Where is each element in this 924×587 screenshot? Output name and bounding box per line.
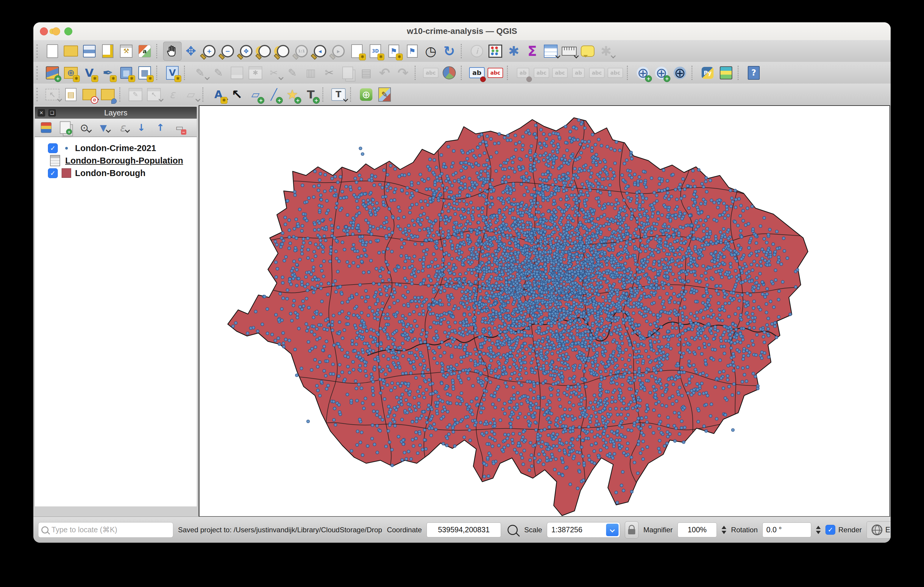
change-label-icon[interactable]: abc	[606, 63, 625, 82]
locator-searchbox[interactable]	[38, 522, 173, 538]
show-layout-manager-icon[interactable]: ⚒	[117, 42, 135, 61]
new-virtual-layer-icon[interactable]: ▦✱	[117, 63, 135, 82]
chevron-down-icon[interactable]	[556, 54, 560, 58]
chevron-down-icon[interactable]	[574, 54, 579, 58]
processing-toolbox-icon[interactable]: ✱	[505, 42, 523, 61]
zoom-next-icon[interactable]: ▸	[329, 42, 348, 61]
render-checkbox[interactable]: ✓	[825, 525, 835, 534]
cut-features-icon[interactable]: ✂	[320, 63, 338, 82]
chevron-down-icon[interactable]	[107, 128, 111, 133]
open-layer-styling-icon[interactable]	[39, 120, 53, 135]
map-canvas[interactable]	[200, 106, 889, 516]
refresh-map-icon[interactable]: ↻	[440, 42, 459, 61]
metasearch-icon[interactable]: ⊕+	[652, 63, 671, 82]
pin-labels-icon[interactable]: ab	[514, 63, 532, 82]
layer-labeling-icon[interactable]: abc	[421, 63, 440, 82]
magnifier-stepper[interactable]	[721, 526, 726, 534]
layer-item-london-crime-2021[interactable]: ✓London-Crime-2021	[35, 142, 197, 155]
layer-name[interactable]: London-Borough	[75, 168, 145, 178]
style-manager-icon[interactable]: a	[135, 42, 154, 61]
new-project-icon[interactable]	[43, 42, 62, 61]
temporal-controller-icon[interactable]: ◷	[421, 42, 440, 61]
layer-item-london-borough[interactable]: ✓London-Borough	[35, 167, 197, 179]
delete-selected-icon[interactable]: ▥	[302, 63, 320, 82]
select-by-location-icon[interactable]	[99, 85, 117, 104]
filter-legend-icon[interactable]: ▼	[96, 120, 111, 135]
show-spatial-bookmarks-icon[interactable]: ⚑	[403, 42, 421, 61]
save-project-icon[interactable]	[80, 42, 99, 61]
marker-annotation-icon[interactable]: ★+	[283, 85, 302, 104]
toolbar-drag-handle[interactable]	[36, 44, 40, 58]
layer-visibility-checkbox[interactable]: ✓	[48, 143, 58, 153]
scale-lock-button[interactable]	[625, 521, 639, 539]
rollback-edits-icon[interactable]: ✎	[283, 63, 302, 82]
chevron-down-icon[interactable]	[279, 76, 284, 80]
rotate-label-icon[interactable]: abc	[587, 63, 606, 82]
layer-visibility-checkbox[interactable]: ✓	[48, 168, 58, 178]
chevron-down-icon[interactable]	[159, 97, 163, 102]
manage-map-themes-icon[interactable]: ⊙	[77, 120, 91, 135]
remove-layer-icon[interactable]: ▭−	[172, 120, 186, 135]
move-annotation-icon[interactable]: ↖	[228, 85, 246, 104]
reshape-features-icon[interactable]: ▱	[182, 85, 200, 104]
data-source-manager-icon[interactable]: +	[43, 63, 62, 82]
pan-map-icon[interactable]	[163, 42, 182, 61]
python-console-icon[interactable]: Py	[698, 63, 717, 82]
chevron-down-icon[interactable]	[58, 97, 62, 102]
new-spatial-bookmark-icon[interactable]: ⚑✱	[384, 42, 403, 61]
zoom-last-icon[interactable]: ◂	[311, 42, 329, 61]
paste-features-icon[interactable]: ▤	[357, 63, 375, 82]
metasearch-new-connection-icon[interactable]: ⊕+	[634, 63, 652, 82]
filter-by-expression-icon[interactable]: ε	[115, 120, 129, 135]
layer-name[interactable]: London-Borough-Population	[65, 156, 183, 166]
copy-features-icon[interactable]	[338, 63, 357, 82]
offset-curve-icon[interactable]: ε	[163, 85, 182, 104]
help-contents-icon[interactable]: ?	[744, 63, 763, 82]
zoom-out-icon[interactable]: −	[218, 42, 237, 61]
new-map-view-icon[interactable]: ✱	[348, 42, 366, 61]
map-tips-icon[interactable]	[578, 42, 597, 61]
plugin-layers-icon[interactable]	[717, 63, 735, 82]
rotation-field[interactable]: 0.0 °	[762, 523, 811, 537]
crs-status-button[interactable]: EPSG:27700	[866, 521, 891, 539]
magnifier-field[interactable]: 100%	[678, 523, 717, 537]
locator-input[interactable]	[51, 525, 170, 534]
zoom-native-icon[interactable]: 1:1	[292, 42, 311, 61]
redo-icon[interactable]: ↷	[394, 63, 412, 82]
save-layer-edits-icon[interactable]	[228, 63, 246, 82]
add-group-icon[interactable]: +	[58, 120, 73, 135]
coordinate-field[interactable]: 539594,200831	[427, 523, 501, 537]
auxiliary-storage-icon[interactable]: A✱	[209, 85, 228, 104]
current-edits-icon[interactable]: ✎	[191, 63, 209, 82]
window-titlebar[interactable]: w10-crime-analysis — QGIS	[33, 22, 891, 40]
chevron-down-icon[interactable]	[196, 97, 200, 102]
identify-features-icon[interactable]: i	[468, 42, 486, 61]
chevron-down-icon[interactable]	[344, 97, 348, 102]
new-spatialite-layer-icon[interactable]: ✒✱	[99, 63, 117, 82]
layer-diagram-icon[interactable]	[440, 63, 459, 82]
polygon-annotation-icon[interactable]: ▱+	[246, 85, 265, 104]
field-calculator-icon[interactable]	[486, 42, 505, 61]
show-hide-labels-icon[interactable]: abc	[551, 63, 569, 82]
text-annotation-at-point-icon[interactable]: T+	[302, 85, 320, 104]
new-shapefile-layer-icon[interactable]: V✱	[80, 63, 99, 82]
new-mesh-layer-icon[interactable]: ▦✱	[135, 63, 154, 82]
select-features-icon[interactable]: ↖	[43, 85, 62, 104]
rotation-stepper[interactable]	[816, 526, 821, 534]
toggle-editing-icon[interactable]: ✎	[209, 63, 228, 82]
line-annotation-icon[interactable]: ╱+	[265, 85, 283, 104]
zoom-to-layer-icon[interactable]	[274, 42, 292, 61]
layer-item-london-borough-population[interactable]: London-Borough-Population	[35, 155, 197, 167]
pan-to-selection-icon[interactable]: ✥	[182, 42, 200, 61]
chevron-down-icon[interactable]	[606, 524, 619, 536]
zoom-full-icon[interactable]: ✥	[237, 42, 256, 61]
undo-icon[interactable]: ↶	[375, 63, 394, 82]
osm-editor-icon[interactable]: ✎	[375, 85, 394, 104]
advanced-digitizing-icon[interactable]: ↖	[145, 85, 163, 104]
layer-name[interactable]: London-Crime-2021	[75, 143, 156, 153]
new-print-layout-icon[interactable]	[99, 42, 117, 61]
toolbar-drag-handle[interactable]	[36, 88, 40, 101]
geocoder-search-icon[interactable]: ⊕	[357, 85, 375, 104]
zoom-in-icon[interactable]: +	[200, 42, 218, 61]
diagram-options-icon[interactable]: abc	[486, 63, 505, 82]
